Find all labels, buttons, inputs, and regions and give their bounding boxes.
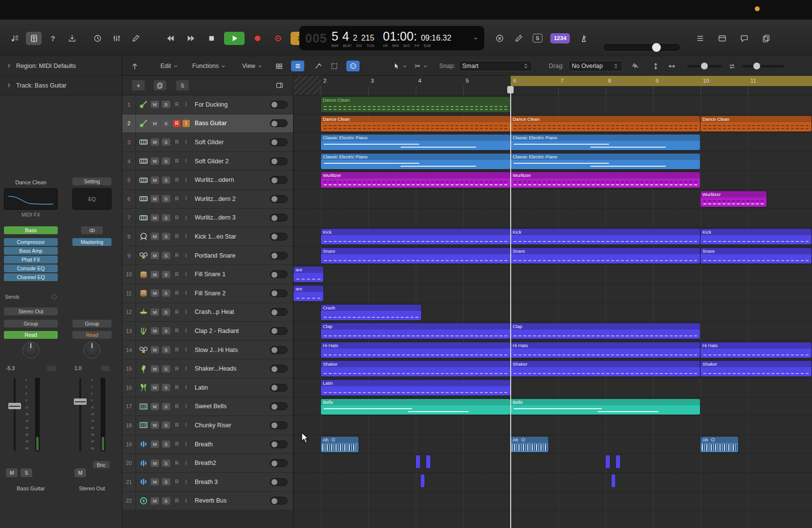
mute-button[interactable]: M bbox=[151, 233, 159, 240]
region-clap[interactable]: Clap bbox=[511, 323, 700, 339]
group-slot[interactable]: Group bbox=[72, 320, 112, 328]
mixer-button[interactable] bbox=[109, 32, 124, 45]
solo-button[interactable]: S bbox=[162, 157, 170, 165]
mute-button[interactable]: M bbox=[151, 497, 159, 505]
catch-playhead-button[interactable] bbox=[130, 56, 139, 76]
input-monitor-button[interactable]: I bbox=[182, 253, 190, 258]
region-bells[interactable]: Bells bbox=[321, 399, 510, 415]
record-enable-button[interactable]: R bbox=[173, 328, 180, 333]
snap-select[interactable]: Smart bbox=[459, 56, 532, 76]
solo-button[interactable]: S bbox=[162, 497, 170, 505]
track-on-off-toggle[interactable] bbox=[270, 440, 288, 448]
note-pads-button[interactable] bbox=[714, 32, 730, 45]
solo-button[interactable]: S bbox=[162, 421, 170, 429]
setting-button[interactable]: Setting bbox=[72, 177, 112, 185]
region-ah[interactable]: Ah bbox=[700, 437, 738, 452]
region-wurlitzer[interactable]: Wurlitzer bbox=[511, 172, 700, 188]
marquee-button[interactable] bbox=[330, 56, 338, 76]
volume-fader[interactable]: 036912182430364560 bbox=[7, 378, 46, 451]
track-header-config-button[interactable] bbox=[273, 80, 286, 90]
region-classic-electric-piano[interactable]: Classic Electric Piano bbox=[511, 134, 700, 150]
region-clip[interactable] bbox=[421, 474, 425, 487]
track-row-wurlitz-dern-3[interactable]: 7MSRIWurlitz...dern 3 bbox=[122, 209, 293, 228]
region-snare[interactable]: Snare bbox=[321, 248, 510, 264]
track-on-off-toggle[interactable] bbox=[270, 478, 288, 486]
audio-fx-slot-compressor[interactable]: Compressor bbox=[4, 238, 58, 246]
record-enable-button[interactable]: R bbox=[173, 441, 180, 447]
record-enable-button[interactable]: R bbox=[173, 385, 180, 390]
volume-slider-knob[interactable] bbox=[652, 43, 661, 52]
track-solo-button[interactable]: S bbox=[176, 80, 189, 90]
record-enable-button[interactable]: R bbox=[173, 215, 180, 220]
midi-fx-thumbnail[interactable] bbox=[4, 188, 58, 210]
track-on-off-toggle[interactable] bbox=[270, 138, 288, 146]
record-enable-button[interactable]: R bbox=[173, 139, 180, 145]
region-clip[interactable] bbox=[426, 455, 430, 468]
mute-button[interactable]: M bbox=[151, 421, 159, 429]
format-button[interactable] bbox=[81, 226, 103, 234]
add-track-button[interactable]: + bbox=[132, 80, 145, 90]
mute-button[interactable]: M bbox=[151, 346, 159, 353]
bar-ruler[interactable]: 234567891011 bbox=[293, 76, 812, 95]
track-row-sweet-bells[interactable]: 17MSRISweet Bells bbox=[122, 397, 293, 417]
master-volume-slider[interactable] bbox=[603, 43, 681, 52]
import-button[interactable] bbox=[64, 32, 80, 45]
secondary-tool-menu[interactable]: ✂ bbox=[415, 56, 428, 76]
zoom-slider-knob[interactable] bbox=[753, 63, 760, 69]
mute-button[interactable]: M bbox=[151, 120, 159, 127]
region-are[interactable]: are bbox=[293, 266, 323, 282]
audio-fx-slot-channel-eq[interactable]: Channel EQ bbox=[4, 273, 58, 281]
mute-button[interactable]: M bbox=[151, 440, 159, 448]
replace-button[interactable] bbox=[492, 32, 507, 45]
audio-fx-slot[interactable]: Mastering bbox=[72, 238, 112, 246]
cycle-region[interactable] bbox=[511, 76, 812, 86]
solo-button[interactable]: S bbox=[162, 120, 170, 127]
input-monitor-button[interactable]: I bbox=[182, 461, 190, 466]
mute-button[interactable]: M bbox=[151, 157, 159, 165]
solo-button[interactable]: S bbox=[162, 365, 170, 373]
mute-button[interactable]: M bbox=[151, 384, 159, 391]
input-monitor-button[interactable]: I bbox=[182, 366, 190, 372]
track-row-breath[interactable]: 19MSRIBreath bbox=[122, 435, 293, 454]
region-list-view-button[interactable] bbox=[291, 56, 304, 76]
input-monitor-button[interactable]: I bbox=[182, 102, 190, 107]
region-shaker[interactable]: Shaker bbox=[700, 361, 812, 376]
region-kick[interactable]: Kick bbox=[700, 229, 812, 244]
region-latin[interactable]: Latin bbox=[321, 380, 510, 396]
record-enable-button[interactable]: R bbox=[173, 272, 180, 277]
track-row-fill-snare-1[interactable]: 10MSRIFill Snare 1 bbox=[122, 265, 293, 284]
track-on-off-toggle[interactable] bbox=[270, 327, 288, 335]
solo-button[interactable]: S bbox=[162, 403, 170, 410]
region-shaker[interactable]: Shaker bbox=[511, 361, 700, 376]
track-on-off-toggle[interactable] bbox=[270, 384, 288, 392]
region-snare[interactable]: Snare bbox=[511, 248, 700, 264]
pan-knob[interactable] bbox=[23, 342, 39, 358]
track-on-off-toggle[interactable] bbox=[270, 101, 288, 109]
region-clip[interactable] bbox=[416, 455, 420, 468]
group-slot[interactable]: Group bbox=[4, 320, 58, 328]
region-are[interactable]: are bbox=[293, 286, 323, 301]
solo-button[interactable]: S bbox=[162, 460, 170, 467]
region-hi-hats[interactable]: Hi Hats bbox=[511, 342, 700, 358]
region-ah[interactable]: Ah bbox=[321, 437, 359, 452]
region-classic-electric-piano[interactable]: Classic Electric Piano bbox=[321, 154, 510, 169]
automation-mode-button[interactable]: Read bbox=[4, 331, 58, 339]
solo-button[interactable]: S bbox=[162, 346, 170, 353]
region-clip[interactable] bbox=[616, 455, 620, 468]
input-monitor-button[interactable]: I bbox=[182, 290, 190, 296]
solo-button[interactable]: S bbox=[162, 440, 170, 448]
duplicate-window-button[interactable] bbox=[758, 32, 774, 45]
input-monitor-button[interactable]: I bbox=[182, 404, 190, 409]
bounce-button[interactable]: Bnc bbox=[93, 461, 110, 468]
track-on-off-toggle[interactable] bbox=[270, 402, 288, 410]
mute-button[interactable]: M bbox=[151, 195, 159, 202]
track-row-shaker-heads[interactable]: 15MSRIShaker...Heads bbox=[122, 359, 293, 378]
input-monitor-button[interactable]: I bbox=[182, 441, 190, 447]
quick-help-button[interactable]: ? bbox=[45, 32, 61, 45]
input-monitor-button[interactable]: I bbox=[182, 385, 190, 390]
metronome-button[interactable] bbox=[576, 32, 591, 45]
solo-button[interactable]: S bbox=[162, 252, 170, 259]
zoom-slider-knob[interactable] bbox=[701, 63, 708, 69]
region-dance-clean[interactable]: Dance Clean bbox=[700, 116, 812, 132]
region-clip[interactable] bbox=[611, 474, 616, 487]
